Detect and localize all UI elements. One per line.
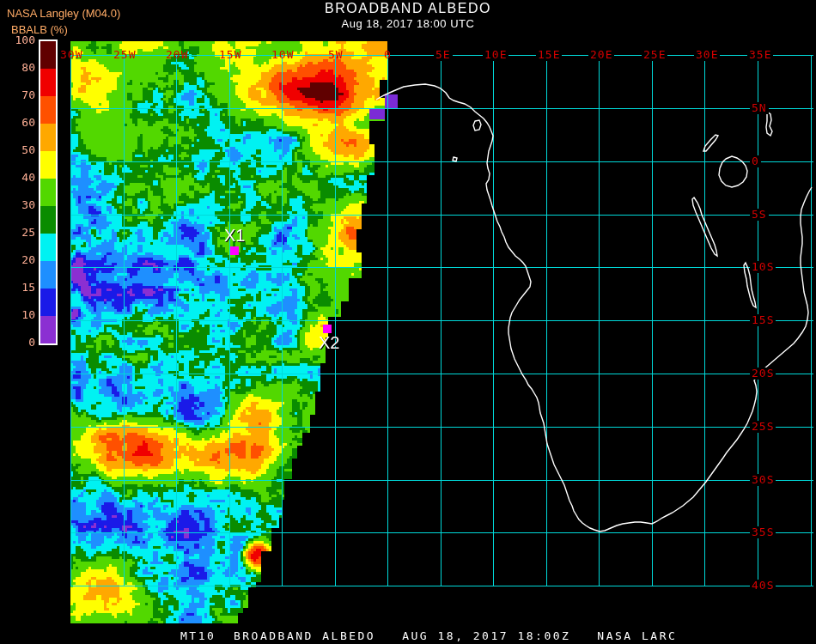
- longitude-label: 25E: [642, 49, 667, 61]
- latitude-label: 35S: [750, 526, 776, 538]
- coastline: [766, 112, 772, 136]
- latitude-label: 25S: [750, 421, 776, 433]
- colorbar-segment: [40, 206, 56, 234]
- coastline: [703, 135, 718, 151]
- colorbar-segment: [40, 179, 56, 206]
- latitude-label: 5S: [750, 209, 769, 221]
- marker-point-x1: [230, 246, 239, 255]
- colorbar-tick-label: 100: [3, 34, 35, 46]
- timestamp-subtitle: Aug 18, 2017 18:00 UTC: [0, 17, 816, 30]
- longitude-label: 30E: [694, 49, 720, 61]
- latitude-label: 40S: [750, 580, 776, 592]
- colorbar-segment: [40, 96, 56, 124]
- colorbar-tick-label: 70: [3, 89, 35, 101]
- marker-label-x1: X1: [224, 226, 245, 246]
- satellite-albedo-product: BROADBAND ALBEDO Aug 18, 2017 18:00 UTC …: [0, 0, 816, 644]
- colorbar-tick-label: 20: [3, 254, 35, 266]
- colorbar-segment: [40, 261, 56, 289]
- colorbar-segment: [40, 151, 56, 179]
- longitude-label: 0: [384, 49, 392, 61]
- page-title: BROADBAND ALBEDO: [0, 1, 816, 16]
- longitude-label: 35E: [747, 49, 773, 61]
- colorbar-segment: [40, 41, 56, 69]
- albedo-colorbar: [39, 39, 58, 345]
- colorbar-segment: [40, 316, 56, 343]
- colorbar-segment: [40, 289, 56, 316]
- agency-label: NASA Langley (M04.0): [7, 7, 120, 20]
- coastline: [473, 120, 481, 131]
- longitude-label: 5W: [328, 49, 344, 61]
- longitude-label: 15E: [536, 49, 562, 61]
- colorbar-tick-label: 15: [3, 282, 35, 294]
- marker-point-x2: [323, 325, 332, 333]
- colorbar-tick-label: 0: [3, 337, 35, 349]
- longitude-label: 10W: [271, 49, 294, 61]
- coastline: [453, 157, 457, 161]
- colorbar-segment: [40, 69, 56, 96]
- latitude-label: 0: [750, 155, 761, 167]
- latitude-label: 5N: [750, 102, 769, 114]
- longitude-label: 15W: [219, 49, 241, 61]
- longitude-label: 10E: [483, 49, 508, 61]
- coastline: [719, 156, 747, 187]
- latitude-label: 20S: [750, 368, 776, 380]
- marker-label-x2: X2: [319, 333, 339, 353]
- colorbar-tick-label: 25: [3, 227, 35, 239]
- colorbar-tick-label: 80: [3, 62, 35, 74]
- longitude-label: 5E: [434, 49, 453, 61]
- colorbar-segment: [40, 124, 56, 151]
- longitude-label: 30W: [60, 49, 82, 61]
- longitude-label: 25W: [113, 49, 136, 61]
- latitude-label: 10S: [750, 261, 776, 273]
- status-bar-text: MT10 BROADBAND ALBEDO AUG 18, 2017 18:00…: [180, 629, 677, 642]
- colorbar-tick-label: 40: [3, 172, 35, 184]
- colorbar-segment: [40, 234, 56, 261]
- colorbar-tick-label: 50: [3, 144, 35, 156]
- title-block: BROADBAND ALBEDO Aug 18, 2017 18:00 UTC: [0, 1, 816, 30]
- colorbar-tick-label: 10: [3, 309, 35, 321]
- longitude-label: 20E: [588, 49, 614, 61]
- latitude-label: 30S: [750, 474, 776, 486]
- colorbar-tick-label: 60: [3, 117, 35, 129]
- latitude-label: 15S: [750, 314, 776, 326]
- coastline: [376, 84, 812, 532]
- grid-and-coastline-layer: [0, 0, 816, 644]
- colorbar-tick-label: 30: [3, 199, 35, 211]
- longitude-label: 20W: [166, 49, 188, 61]
